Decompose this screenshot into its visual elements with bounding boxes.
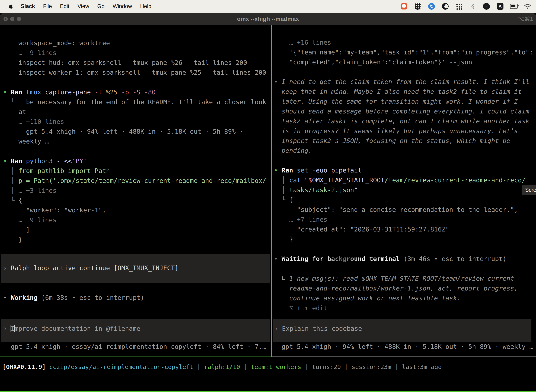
terminal-line: "created_at": "2026-03-31T11:59:27.816Z" <box>274 224 536 234</box>
terminal-line: gpt-5.4 xhigh · 94% left · 488K in · 5.1… <box>274 342 533 352</box>
menu-help[interactable]: Help <box>140 3 151 9</box>
terminal-line: … +16 lines <box>274 37 536 47</box>
omx-status-line: [OMX#0.11.9] cczip/essay/ai-reimplementa… <box>2 362 442 372</box>
inject-banner: › Ralph loop active continue [OMX_TMUX_I… <box>1 254 270 283</box>
menu-file[interactable]: File <box>43 3 52 9</box>
working-status: • Working (6m 38s • esc to interrupt) <box>3 293 144 303</box>
terminal-line: } <box>3 235 271 245</box>
terminal-line: │ … +3 lines <box>3 186 271 196</box>
tmux-status-bar: [omx-cczip0:bash* "MacBook-Pro-44.local"… <box>0 391 536 392</box>
dots-grid-icon[interactable] <box>455 2 463 10</box>
screen: Slack File Edit View Go Window Help ↯ § … <box>0 0 536 392</box>
terminal-line <box>3 77 271 87</box>
terminal-line: weekly … <box>3 136 271 146</box>
terminal-line: keep that in mind. Maybe I also need the… <box>274 87 536 97</box>
terminal-line: └ be necessary for the end of the README… <box>3 97 271 107</box>
terminal-line: task2 after task1 is complete, but can I… <box>274 116 536 126</box>
menu-edit[interactable]: Edit <box>60 3 69 9</box>
terminal-line: gpt-5.4 xhigh · essay/ai-reimplementatio… <box>3 342 266 352</box>
screen-tooltip: Scre <box>522 185 536 195</box>
menu-bar: Slack File Edit View Go Window Help ↯ § … <box>0 0 536 13</box>
terminal-line: • I need to get the claim token from the… <box>274 77 536 87</box>
terminal-line: gpt-5.4 xhigh · 94% left · 488K in · 5.1… <box>3 127 271 136</box>
terminal-line: … +110 lines <box>3 117 271 127</box>
terminal-line: workspace_mode: worktree <box>3 38 271 48</box>
terminal-line: inspect_hud: omx sparkshell --tmux-pane … <box>3 58 271 68</box>
terminal-line: inspect_worker-1: omx sparkshell --tmux-… <box>3 68 271 77</box>
terminal-line: … +7 lines <box>274 215 536 224</box>
terminal-line: • Working (6m 38s • esc to interrupt) <box>3 293 144 303</box>
left-pane-bottom-border <box>0 356 271 357</box>
wifi-icon[interactable] <box>524 2 531 10</box>
terminal-line: readme-and-reco/mailbox/worker-1.json, a… <box>274 284 536 293</box>
input-source-icon[interactable]: A <box>496 2 504 10</box>
menu-view[interactable]: View <box>77 3 89 9</box>
right-prompt-input[interactable]: › Explain this codebase <box>273 319 531 342</box>
terminal-content: workspace_mode: worktree … +9 lines insp… <box>0 25 536 392</box>
terminal-line: • Ran python3 - <<'PY' <box>3 156 271 166</box>
terminal-line: ⌥ + ↑ edit <box>274 303 536 313</box>
terminal-line: │ from pathlib import Path <box>3 166 271 176</box>
terminal-line <box>274 244 536 254</box>
terminal-line: is in progress? It seems likely but perh… <box>274 126 536 136</box>
grid-shield-icon[interactable] <box>414 2 422 10</box>
title-bar: omx --xhigh --madmax ⌥⌘1 <box>0 13 536 25</box>
terminal-line: inspect task2's JSON, focusing on the st… <box>274 136 536 146</box>
blue-badge-icon[interactable]: ↯ <box>428 2 436 10</box>
tmux-session-label[interactable]: [omx-cczip0:bash* <box>2 391 67 392</box>
menu-go[interactable]: Go <box>97 3 105 9</box>
terminal-line: '{"team_name":"my-team","task_id":"1","f… <box>274 47 536 57</box>
usage-badge-icon[interactable]: ..61 <box>483 2 490 10</box>
squiggle-icon[interactable]: § <box>469 2 477 10</box>
terminal-line: └ { <box>3 196 271 205</box>
left-pane-output: workspace_mode: worktree … +9 lines insp… <box>0 38 271 245</box>
terminal-line: • Ran set -euo pipefail <box>274 165 536 175</box>
terminal-line <box>274 264 536 274</box>
terminal-line: └ { <box>274 195 536 205</box>
tmux-host-clock: "MacBook-Pro-44.local" 05:03 31-Mar-26 <box>390 391 535 392</box>
terminal-line <box>274 67 536 77</box>
apple-menu-icon[interactable] <box>8 3 14 10</box>
terminal-line: • Waiting for background terminal (3m 46… <box>274 254 536 264</box>
window-shortcut-badge: ⌥⌘1 <box>518 13 533 25</box>
terminal-line: › Ralph loop active continue [OMX_TMUX_I… <box>3 263 270 273</box>
crescent-logo-icon[interactable] <box>441 2 449 10</box>
terminal-line: … +9 lines <box>3 215 271 225</box>
pane-divider[interactable] <box>271 25 272 357</box>
terminal-line: pending. <box>274 146 536 156</box>
terminal-line <box>3 146 271 156</box>
terminal-line: │ p = Path('.omx/state/team/review-curre… <box>3 176 271 186</box>
left-prompt-input[interactable]: › Improve documentation in @filename <box>1 319 270 342</box>
terminal-line: [OMX#0.11.9] cczip/essay/ai-reimplementa… <box>2 362 442 372</box>
terminal-line: "worker": "worker-1", <box>3 205 271 215</box>
menu-bar-status-icons: ↯ § ..61 A ϟ <box>400 0 531 13</box>
terminal-line: │ tasks/task-2.json" <box>274 185 536 195</box>
menu-window[interactable]: Window <box>113 3 132 9</box>
terminal-line: "completed","claim_token":"claim-token"}… <box>274 57 536 67</box>
terminal-line: } <box>274 234 536 244</box>
terminal-line: ] <box>3 225 271 235</box>
terminal-line <box>274 156 536 165</box>
slack-notification-icon[interactable] <box>400 2 408 10</box>
terminal-line: • Ran tmux capture-pane -t %25 -p -S -80 <box>3 87 271 97</box>
terminal-line: │ cat "$OMX_TEAM_STATE_ROOT/team/review-… <box>274 175 536 185</box>
right-pane-output: … +16 lines '{"team_name":"my-team","tas… <box>273 37 536 313</box>
battery-icon[interactable]: ϟ <box>510 2 518 10</box>
terminal-line: continue assigned work or next feasible … <box>274 293 536 303</box>
terminal-line: later. Using the same for transition mig… <box>274 97 536 107</box>
terminal-line: › Explain this codebase <box>274 324 531 334</box>
terminal-line: should send a message before completing … <box>274 107 536 116</box>
menu-app-slack[interactable]: Slack <box>21 3 35 9</box>
terminal-line: ↳ 1 new msg(s): read $OMX_TEAM_STATE_ROO… <box>274 274 536 284</box>
left-pane-status-line: gpt-5.4 xhigh · essay/ai-reimplementatio… <box>3 342 266 352</box>
terminal-line: at <box>3 107 271 117</box>
right-pane-bottom-border <box>272 356 536 357</box>
terminal-line: › Improve documentation in @filename <box>3 324 270 334</box>
window-title: omx --xhigh --madmax <box>0 13 536 25</box>
terminal-line: "subject": "send a concise recommendatio… <box>274 205 536 215</box>
right-pane-status-line: gpt-5.4 xhigh · 94% left · 488K in · 5.1… <box>274 342 533 352</box>
terminal-line: … +9 lines <box>3 48 271 58</box>
terminal-window: omx --xhigh --madmax ⌥⌘1 workspace_mode:… <box>0 13 536 392</box>
